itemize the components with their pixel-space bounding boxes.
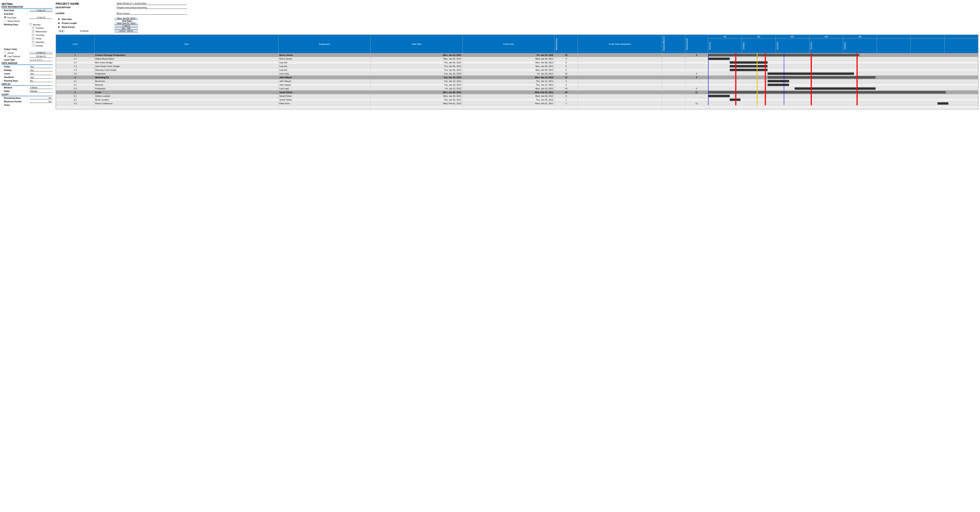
window-value[interactable]: 8 Week (29, 86, 52, 89)
setting-header: SETTING (2, 2, 52, 5)
table-row[interactable]: 3.3Press ConferencePeter KentWed, Feb 01… (56, 102, 978, 105)
leader-label: LEADER (56, 12, 83, 14)
description-value[interactable]: Prepare new product launching (116, 6, 187, 9)
cell-level: 3.2 (56, 98, 94, 102)
gantt-area (708, 72, 978, 76)
check-thursday[interactable] (32, 34, 34, 36)
remaining-value[interactable]: No (29, 97, 52, 99)
table-row[interactable]: 3EventSarah ParkerMon, Jan 02, 2012Wed, … (56, 91, 978, 94)
cell-wd: 30 (555, 91, 578, 94)
cell-start: Thu, Jan 05, 2012 (371, 68, 463, 72)
th-ab: Ahead of/Behind (662, 35, 685, 53)
cell-ab (662, 91, 685, 94)
date-info-header: DATE INFORMATION (2, 6, 52, 9)
cell-ab (662, 83, 685, 87)
table-row[interactable]: 2.3ProductionLois LangFri, Jan 13, 2012M… (56, 87, 978, 91)
maxpar-value[interactable]: No (29, 100, 52, 103)
cell-task: Brochures (94, 80, 278, 83)
th-w4: W4 (809, 35, 843, 38)
cell-finish: Fri, Jan 20, 2012 (463, 53, 555, 57)
table-row[interactable]: 1.3User Guide Cover DesignLisa GirlThu, … (56, 64, 978, 68)
cell-fr (578, 76, 662, 80)
marker-se-value[interactable]: Yes (29, 76, 52, 79)
level-type-value[interactable]: 1; 1.1; 1.1.1; .. (29, 59, 52, 61)
check-tuesday[interactable] (32, 27, 34, 29)
cell-level: 1 (56, 53, 94, 57)
table-row[interactable]: 2.1BrochuresJohn WayneTue, Jan 10, 2012T… (56, 80, 978, 83)
cell-fr (578, 87, 662, 91)
table-row[interactable]: 1Product Package PreparationBruce Jenner… (56, 53, 978, 57)
table-row[interactable]: 2Marketing KitJohn WayneTue, Jan 10, 201… (56, 76, 978, 80)
table-row[interactable]: 1.2Box Cover DesignLisa GirlThu, Jan 05,… (56, 61, 978, 64)
gantt-bar (708, 91, 946, 94)
opt-week-period[interactable]: Week Period (2, 20, 27, 22)
cell-fr (578, 57, 662, 61)
cell-task: Marketing Kit (94, 76, 278, 80)
opt-end-date[interactable]: End Date (2, 16, 27, 19)
check-sunday[interactable] (32, 45, 34, 47)
table-row[interactable]: 3.1Define LocationSarah ParkerMon, Jan 0… (56, 94, 978, 98)
cell-assignment: Lois Lang (278, 87, 371, 91)
check-wednesday[interactable] (32, 30, 34, 33)
cell-start: Tue, Jan 10, 2012 (371, 76, 463, 80)
opt-actual-value[interactable]: 6-Feb-12 (29, 51, 52, 54)
cell-rw (685, 98, 708, 102)
cell-ab (662, 61, 685, 64)
cell-ab (662, 94, 685, 98)
triangle-icon (59, 26, 60, 28)
gantt-area (708, 57, 978, 61)
cell-task: Banners (94, 83, 278, 87)
cell-finish: Mon, Jan 09, 2012 (463, 64, 555, 68)
opt-user-value[interactable]: 18-Jan-12 (29, 55, 52, 57)
project-name-value[interactable]: NEW PRODUCT LAUNCHING (116, 2, 187, 5)
marker-leave-value[interactable]: Yes (29, 73, 52, 75)
cell-start: Thu, Jan 05, 2012 (371, 61, 463, 64)
cell-fr (578, 61, 662, 64)
th-w1: W1 (708, 35, 742, 38)
table-row[interactable]: 1.1Define Brand NameBruce JennerMon, Jan… (56, 57, 978, 61)
gantt-area (708, 91, 978, 94)
cell-fr (578, 83, 662, 87)
slider-control[interactable]: ◄► (59, 30, 64, 32)
opt-actual[interactable]: Actual (2, 51, 27, 54)
check-saturday[interactable] (32, 41, 34, 43)
cell-start: Mon, Jan 02, 2012 (371, 94, 463, 98)
cell-fr (578, 72, 662, 76)
cell-level: 1.5 (56, 72, 94, 76)
header-start-date: Mon, Jan 02, 2012 (115, 17, 138, 20)
working-days-label: Working Days (2, 23, 27, 25)
cell-rw (685, 61, 708, 64)
cell-assignment: John Wayne (278, 76, 371, 80)
gantt-area (708, 76, 978, 80)
table-row[interactable]: 3.2Book LocationSarah ParkerThu, Jan 05,… (56, 98, 978, 102)
header-plen: 5 Week (115, 25, 138, 27)
leader-value[interactable]: Bruce Jenner (116, 12, 187, 15)
cell-rw (685, 94, 708, 98)
th-start: Start Date (371, 35, 463, 53)
check-friday[interactable] (32, 37, 34, 40)
slider-value[interactable]: Weekly (29, 90, 52, 92)
marker-holiday-value[interactable]: Yes (29, 69, 52, 72)
opt-user-defined[interactable]: User Defined (2, 55, 27, 57)
gantt-area (708, 61, 978, 64)
table-row[interactable]: 1.5ProductionLois LangTue, Jan 10, 2012F… (56, 72, 978, 76)
cell-task: Product Package Preparation (94, 53, 278, 57)
cell-assignment: Lois Lang (278, 72, 371, 76)
marker-pd-value[interactable]: No (29, 80, 52, 82)
alert-header: ALERT (2, 93, 52, 96)
slider-right-icon: ► (61, 30, 64, 32)
cell-task: User Guide Cover Design (94, 64, 278, 68)
table-row[interactable]: 2.2BannersJohn HarperTue, Jan 10, 2012Th… (56, 83, 978, 87)
opt-end-date-value[interactable]: 1-Feb-12 (29, 16, 52, 19)
table-row[interactable]: 1.4Warranty Card DesignLisa GirlThu, Jan… (56, 68, 978, 72)
cell-assignment: Bruce Jenner (278, 57, 371, 61)
cell-task: Box Cover Design (94, 61, 278, 64)
start-date-value[interactable]: 2-Jan-12 (29, 9, 52, 12)
gantt-area (708, 80, 978, 83)
cell-ab (662, 57, 685, 61)
check-monday[interactable] (29, 23, 32, 25)
cell-ab (662, 98, 685, 102)
cell-rw (685, 83, 708, 87)
marker-today-value[interactable]: Yes (29, 65, 52, 68)
cell-wd: 5 (555, 64, 578, 68)
